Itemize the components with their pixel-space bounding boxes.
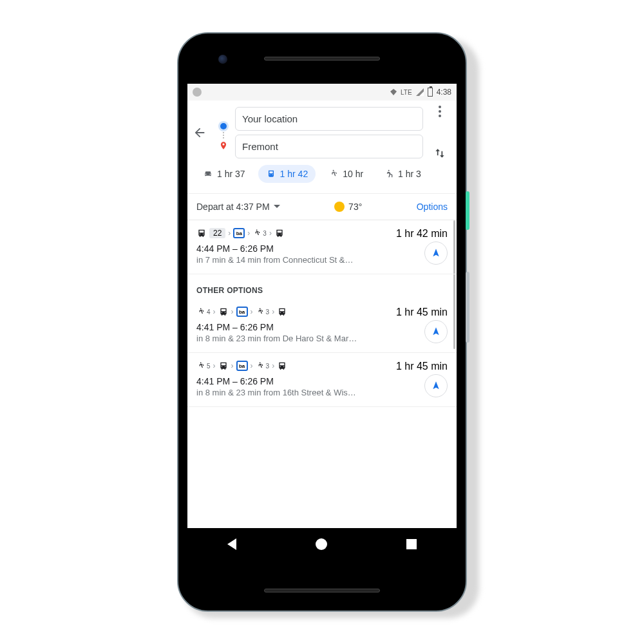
walk-icon: [256, 307, 265, 317]
bus-icon: [218, 307, 229, 317]
walk-minutes: 3: [266, 308, 270, 316]
walk-icon: [196, 307, 205, 317]
bus-number: 22: [209, 228, 225, 238]
route-detail: in 8 min & 23 min from 16th Street & Wis…: [196, 388, 448, 397]
walk-minutes: 5: [207, 363, 211, 370]
bus-icon: [277, 307, 287, 317]
mode-ride-label: 1 hr 3: [398, 169, 421, 179]
navigation-icon: [431, 381, 441, 391]
mode-transit[interactable]: 1 hr 42: [258, 165, 316, 183]
mode-tabs: 1 hr 37 1 hr 42 10 hr 1 hr 3: [193, 160, 451, 189]
navigation-icon: [431, 248, 441, 258]
mode-car-label: 1 hr 37: [217, 169, 245, 179]
speaker-bottom: [264, 589, 380, 592]
routes-list[interactable]: 22 › ba › 3 › 1 hr 42 min 4:44 PM – 6:26…: [187, 220, 457, 528]
location-icon: [390, 89, 397, 95]
navigation-icon: [431, 327, 441, 337]
destination-pin-icon: [219, 141, 228, 150]
phone-frame: LTE 4:38 Your location F: [177, 32, 467, 612]
battery-icon: [428, 88, 433, 97]
origin-dot-icon: [220, 123, 227, 129]
destination-field[interactable]: Fremont: [235, 135, 423, 158]
nav-recents-button[interactable]: [406, 539, 417, 549]
start-navigation-button[interactable]: [424, 242, 448, 265]
start-navigation-button[interactable]: [424, 374, 448, 397]
bus-icon: [218, 361, 229, 371]
sun-icon: [334, 202, 345, 212]
directions-header: Your location Fremont 1 hr 37 1 h: [187, 100, 457, 194]
bart-icon: ba: [236, 361, 248, 371]
speaker-top: [264, 57, 380, 61]
swap-button[interactable]: [433, 147, 446, 160]
mode-ride[interactable]: 1 hr 3: [376, 165, 429, 183]
route-item[interactable]: 5 › › ba › 3 › 1 hr 45 min 4:41 PM – 6:2…: [187, 353, 457, 407]
volume-button: [466, 272, 469, 343]
walk-minutes: 4: [207, 308, 211, 316]
android-navbar: [187, 528, 457, 560]
other-options-header: OTHER OPTIONS: [187, 274, 457, 299]
walk-icon: [196, 361, 205, 371]
temperature: 73°: [348, 202, 362, 212]
screen: LTE 4:38 Your location F: [187, 84, 457, 560]
bus-icon: [277, 361, 287, 371]
network-label: LTE: [401, 89, 412, 96]
signal-icon: [416, 88, 424, 96]
bart-icon: ba: [233, 228, 245, 238]
bus-icon: [274, 228, 285, 238]
overflow-menu-button[interactable]: [439, 106, 441, 117]
walk-minutes: 3: [263, 230, 267, 237]
clock: 4:38: [437, 88, 451, 97]
start-navigation-button[interactable]: [424, 320, 448, 343]
route-duration: 1 hr 45 min: [396, 307, 448, 318]
route-duration: 1 hr 45 min: [396, 361, 448, 372]
route-time: 4:44 PM – 6:26 PM: [196, 243, 448, 254]
mode-transit-label: 1 hr 42: [280, 169, 308, 179]
route-detail: in 7 min & 14 min from Connecticut St &…: [196, 255, 448, 265]
mode-car[interactable]: 1 hr 37: [195, 165, 253, 183]
walk-icon: [256, 361, 265, 371]
walk-icon: [252, 228, 261, 238]
origin-field[interactable]: Your location: [235, 107, 423, 131]
statusbar-notification-icon: [193, 88, 202, 97]
route-duration: 1 hr 42 min: [396, 228, 448, 240]
depart-row: Depart at 4:37 PM 73° Options: [187, 194, 457, 220]
depart-label: Depart at 4:37 PM: [196, 202, 270, 212]
route-time: 4:41 PM – 6:26 PM: [196, 322, 448, 332]
nav-back-button[interactable]: [227, 538, 236, 550]
back-button[interactable]: [193, 126, 212, 140]
depart-time-button[interactable]: Depart at 4:37 PM: [196, 202, 280, 212]
options-button[interactable]: Options: [417, 202, 448, 212]
weather: 73°: [334, 202, 362, 212]
bart-icon: ba: [236, 307, 248, 317]
chevron-down-icon: [274, 204, 280, 210]
route-item[interactable]: 4 › › ba › 3 › 1 hr 45 min 4:41 PM – 6:2…: [187, 299, 457, 353]
mode-walk[interactable]: 10 hr: [321, 165, 371, 183]
route-indicator: [217, 115, 230, 150]
route-detail: in 8 min & 23 min from De Haro St & Mar…: [196, 334, 448, 343]
route-time: 4:41 PM – 6:26 PM: [196, 376, 448, 386]
power-button: [466, 191, 469, 230]
mode-walk-label: 10 hr: [343, 169, 363, 179]
walk-minutes: 3: [266, 363, 270, 370]
front-camera: [218, 55, 227, 64]
bus-icon: [196, 228, 207, 238]
route-item[interactable]: 22 › ba › 3 › 1 hr 42 min 4:44 PM – 6:26…: [187, 220, 457, 274]
status-bar: LTE 4:38: [187, 84, 457, 100]
nav-home-button[interactable]: [316, 538, 327, 550]
